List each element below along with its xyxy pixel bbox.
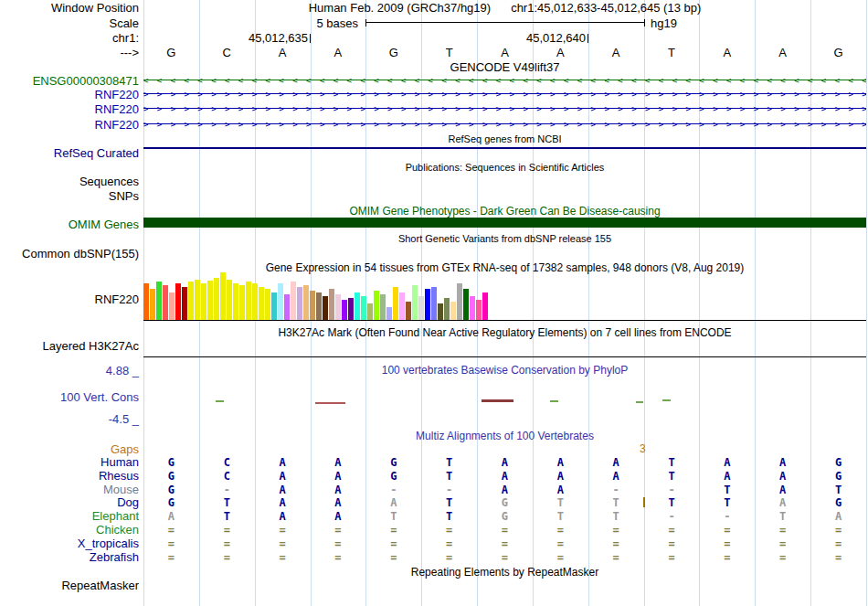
aln-base: A: [477, 470, 533, 483]
insertion-marker: [643, 497, 645, 507]
refseq-title[interactable]: RefSeq genes from NCBI: [143, 133, 866, 144]
gtex-bar: [316, 292, 322, 320]
aln-base: =: [810, 524, 866, 537]
multiz-title[interactable]: Multiz Alignments of 100 Vertebrates: [143, 430, 866, 442]
phylop-title[interactable]: 100 vertebrates Basewise Conservation by…: [143, 364, 866, 377]
gtex-expression-chart[interactable]: [143, 272, 866, 320]
repeatmasker-title[interactable]: Repeating Elements by RepeatMasker: [143, 566, 866, 579]
aln-base: A: [311, 470, 366, 483]
omim-title[interactable]: OMIM Gene Phenotypes - Dark Green Can Be…: [143, 205, 866, 218]
aln-base: T: [644, 470, 700, 483]
gene-track-item[interactable]: > > > > > > > > > > > > > > > > > > > > …: [143, 89, 866, 100]
gtex-bar: [367, 303, 373, 320]
gtex-bar: [463, 289, 469, 320]
gtex-bar: [278, 283, 283, 320]
phylop-min-label: -4.5 _: [109, 412, 139, 426]
aln-base: T: [699, 496, 755, 509]
conservation-mark: [550, 400, 558, 402]
gtex-bar: [310, 291, 315, 320]
gtex-bar: [284, 294, 290, 320]
gtex-gene-label[interactable]: RNF220: [95, 292, 139, 306]
sequences-label[interactable]: Sequences: [79, 175, 139, 188]
h3k27ac-label[interactable]: Layered H3K27Ac: [42, 339, 139, 353]
dbsnp-label[interactable]: Common dbSNP(155): [22, 247, 139, 260]
omim-genes-label[interactable]: OMIM Genes: [69, 218, 139, 231]
aln-base: A: [477, 484, 533, 496]
gtex-bar: [348, 298, 354, 320]
gene-track-item[interactable]: > > > > > > > > > > > > > > > > > > > > …: [143, 103, 866, 114]
aln-base: A: [365, 496, 421, 509]
species-label-zebrafish[interactable]: Zebrafish: [90, 550, 139, 564]
species-label-dog[interactable]: Dog: [117, 495, 139, 509]
aln-base: =: [255, 551, 311, 564]
gene-track-item[interactable]: < < < < < < < < < < < < < < < < < < < < …: [143, 75, 866, 86]
assembly-text: Human Feb. 2009 (GRCh37/hg19): [309, 1, 491, 15]
aln-base: =: [699, 551, 755, 564]
aln-base: A: [255, 510, 311, 523]
gencode-title[interactable]: GENCODE V49lift37: [143, 60, 866, 74]
alignment-row-zebrafish: =============: [143, 551, 866, 564]
aln-base: T: [421, 470, 477, 483]
base-letter: A: [755, 46, 810, 59]
refseq-gene-line[interactable]: [143, 147, 866, 149]
gtex-bar: [425, 289, 430, 320]
gtex-bar: [227, 280, 232, 320]
repeatmasker-label[interactable]: RepeatMasker: [61, 579, 139, 592]
gaps-label[interactable]: Gaps: [111, 442, 139, 456]
aln-base: T: [588, 510, 644, 523]
species-label-rhesus[interactable]: Rhesus: [99, 469, 139, 483]
aln-base: T: [644, 456, 700, 469]
h3k27ac-title[interactable]: H3K27Ac Mark (Often Found Near Active Re…: [143, 326, 866, 339]
aln-base: -: [644, 510, 700, 523]
aln-base: A: [755, 456, 810, 469]
gtex-bar: [163, 285, 168, 320]
conservation-mark: [482, 399, 513, 402]
scale-value: 5 bases: [274, 16, 358, 30]
aln-base: G: [365, 470, 421, 483]
aln-base: G: [477, 496, 533, 509]
aln-base: C: [199, 470, 255, 483]
publications-title[interactable]: Publications: Sequences in Scientific Ar…: [143, 162, 866, 173]
gene-label-RNF220[interactable]: RNF220: [95, 118, 139, 132]
gene-track-item[interactable]: > > > > > > > > > > > > > > > > > > > > …: [143, 119, 866, 130]
aln-base: =: [644, 551, 700, 564]
gene-label-ENSG00000308471[interactable]: ENSG00000308471: [33, 74, 139, 88]
omim-gene-bar[interactable]: [143, 218, 866, 228]
aln-base: T: [533, 510, 588, 523]
aln-base: =: [755, 551, 810, 564]
phylop-track-label[interactable]: 100 Vert. Cons: [60, 390, 139, 404]
refseq-curated-label[interactable]: RefSeq Curated: [54, 146, 139, 160]
phylop-max-label: 4.88 _: [106, 364, 139, 377]
gtex-bar: [482, 292, 488, 320]
aln-base: G: [143, 456, 199, 469]
species-label-chicken[interactable]: Chicken: [96, 523, 139, 537]
species-label-mouse[interactable]: Mouse: [103, 483, 139, 496]
base-letter: G: [143, 46, 199, 59]
aln-base: =: [533, 524, 588, 537]
gene-label-RNF220[interactable]: RNF220: [95, 88, 139, 101]
window-position-bar: Human Feb. 2009 (GRCh37/hg19) chr1:45,01…: [143, 1, 866, 15]
aln-base: =: [588, 551, 644, 564]
aln-base: A: [533, 456, 588, 469]
aln-base: =: [365, 524, 421, 537]
species-label-elephant[interactable]: Elephant: [92, 509, 139, 523]
aln-base: A: [143, 510, 199, 523]
species-label-human[interactable]: Human: [101, 455, 139, 469]
base-letter: A: [311, 46, 366, 59]
gene-label-RNF220[interactable]: RNF220: [95, 102, 139, 116]
gtex-bar: [323, 296, 328, 320]
gtex-bar: [246, 282, 251, 320]
window-position-label: Window Position: [51, 1, 139, 15]
gtex-bar: [431, 287, 437, 320]
aln-base: A: [255, 484, 311, 496]
snps-label[interactable]: SNPs: [109, 189, 139, 203]
dbsnp-title[interactable]: Short Genetic Variants from dbSNP releas…: [143, 233, 866, 244]
gtex-bar: [233, 283, 238, 320]
aln-base: =: [699, 524, 755, 537]
aln-base: =: [311, 524, 366, 537]
species-label-x_tropicalis[interactable]: X_tropicalis: [78, 537, 139, 550]
base-letter: A: [588, 46, 644, 59]
aln-base: =: [199, 537, 255, 550]
aln-base: =: [255, 537, 311, 550]
gtex-bar: [175, 283, 181, 320]
